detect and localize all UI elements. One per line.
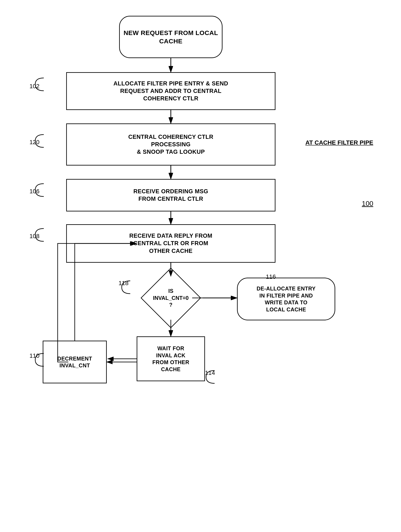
flowchart-container: NEW REQUEST FROM LOCAL CACHE 102 ALLOCAT… — [0, 0, 401, 532]
box-116: DE-ALLOCATE ENTRYIN FILTER PIPE ANDWRITE… — [237, 278, 335, 320]
bracket-120 — [33, 133, 46, 150]
box-120: CENTRAL COHERENCY CTLRPROCESSING& SNOOP … — [66, 123, 276, 165]
box-114: WAIT FORINVAL ACKFROM OTHERCACHE — [137, 336, 205, 381]
box-106: RECEIVE ORDERING MSGFROM CENTRAL CTLR — [66, 179, 276, 211]
box-110: DECREMENTINVAL_CNT — [43, 341, 107, 383]
bracket-102 — [33, 76, 46, 93]
bracket-106 — [33, 182, 46, 199]
box-102: ALLOCATE FILTER PIPE ENTRY & SENDREQUEST… — [66, 72, 276, 110]
at-cache-label: AT CACHE FILTER PIPE — [305, 138, 373, 147]
bracket-108 — [33, 226, 46, 243]
box-108: RECEIVE DATA REPLY FROMCENTRAL CLTR OR F… — [66, 224, 276, 263]
bracket-114 — [204, 368, 217, 386]
ref-100: 100 — [362, 200, 373, 208]
start-node: NEW REQUEST FROM LOCAL CACHE — [119, 16, 222, 58]
bracket-118 — [119, 279, 132, 296]
diamond-118-label: ISINVAL_CNT=0? — [141, 279, 201, 317]
